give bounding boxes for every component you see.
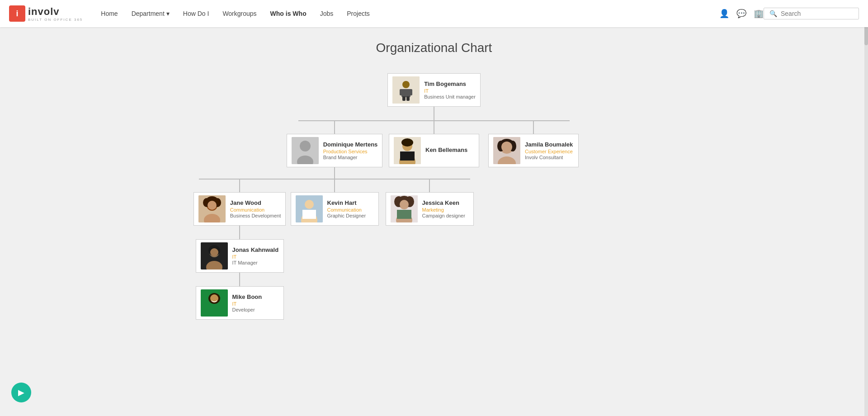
h-line-level2 bbox=[298, 120, 570, 121]
avatar-jane bbox=[198, 195, 226, 222]
node-dept-mike: IT bbox=[232, 301, 262, 307]
nav-workgroups[interactable]: Workgroups bbox=[222, 10, 256, 17]
node-name-jessica: Jessica Keen bbox=[422, 199, 465, 206]
node-name-tim: Tim Bogemans bbox=[424, 80, 476, 87]
people-icon[interactable]: 👤 bbox=[719, 9, 729, 19]
svg-rect-5 bbox=[402, 96, 406, 101]
connector-dominique-down2 bbox=[334, 167, 335, 179]
search-icon: 🔍 bbox=[769, 10, 777, 17]
svg-rect-4 bbox=[409, 89, 412, 95]
nav-department[interactable]: Department ▾ bbox=[132, 10, 170, 17]
node-tim-bogemans[interactable]: Tim Bogemans IT Business Unit manager bbox=[387, 73, 481, 107]
nav-projects[interactable]: Projects bbox=[347, 10, 370, 17]
nav-how-do-i[interactable]: How Do I bbox=[183, 10, 209, 17]
search-input[interactable] bbox=[781, 10, 853, 17]
avatar-jessica bbox=[391, 195, 418, 222]
avatar-dominique bbox=[292, 137, 319, 164]
node-ken[interactable]: Ken Bellemans bbox=[389, 134, 479, 167]
logo-icon: i bbox=[9, 5, 25, 22]
node-name-dominique: Dominique Mertens bbox=[323, 141, 378, 148]
svg-rect-30 bbox=[302, 210, 316, 219]
node-role-kevin: Graphic Designer bbox=[327, 213, 366, 218]
node-role-jonas: IT Manager bbox=[232, 260, 279, 265]
node-name-jonas: Jonas Kahnwald bbox=[232, 246, 279, 253]
avatar-jonas bbox=[201, 242, 228, 269]
node-dept-tim: IT bbox=[424, 88, 476, 94]
org-icon[interactable]: 🏢 bbox=[754, 9, 764, 19]
svg-point-28 bbox=[305, 200, 314, 209]
play-button[interactable]: ▶ bbox=[11, 383, 31, 402]
logo-sub: BUILT ON OFFICE 365 bbox=[28, 18, 83, 22]
node-name-kevin: Kevin Hart bbox=[327, 199, 366, 206]
chat-icon[interactable]: 💬 bbox=[736, 9, 746, 19]
nav-home[interactable]: Home bbox=[101, 10, 118, 17]
node-info-tim: Tim Bogemans IT Business Unit manager bbox=[424, 80, 476, 99]
svg-rect-3 bbox=[400, 89, 403, 95]
h-line-level3 bbox=[199, 179, 470, 180]
svg-rect-6 bbox=[406, 96, 410, 101]
avatar-jamila bbox=[493, 137, 520, 164]
node-role-mike: Developer bbox=[232, 307, 262, 312]
node-kevin[interactable]: Kevin Hart Communication Graphic Designe… bbox=[291, 192, 379, 226]
node-jamila[interactable]: Jamila Boumalek Customer Experience Invo… bbox=[488, 134, 579, 167]
node-role-dominique: Brand Manager bbox=[323, 155, 378, 160]
node-role-tim: Business Unit manager bbox=[424, 94, 476, 99]
main-nav: Home Department ▾ How Do I Workgroups Wh… bbox=[101, 10, 710, 17]
logo[interactable]: i involv BUILT ON OFFICE 365 bbox=[9, 5, 83, 22]
node-role-jessica: Campaign designer bbox=[422, 213, 465, 218]
node-dept-jamila: Customer Experience bbox=[525, 149, 573, 154]
node-role-jamila: Involv Consultant bbox=[525, 155, 573, 160]
avatar-mike bbox=[201, 289, 228, 317]
node-name-ken: Ken Bellemans bbox=[425, 147, 467, 153]
connector-tim-down bbox=[434, 107, 434, 120]
node-jonas[interactable]: Jonas Kahnwald IT IT Manager bbox=[196, 239, 284, 273]
node-dept-jane: Communication bbox=[230, 207, 281, 213]
svg-rect-43 bbox=[400, 151, 415, 161]
page-title: Organizational Chart bbox=[9, 41, 859, 55]
chevron-down-icon: ▾ bbox=[166, 10, 170, 17]
svg-point-36 bbox=[400, 200, 409, 209]
node-dominique[interactable]: Dominique Mertens Production Services Br… bbox=[287, 134, 383, 167]
svg-point-8 bbox=[300, 141, 311, 151]
avatar-ken bbox=[394, 137, 421, 164]
node-name-mike: Mike Boon bbox=[232, 293, 262, 300]
node-dept-kevin: Communication bbox=[327, 207, 366, 213]
connector-dominique-down bbox=[334, 120, 335, 134]
node-name-jane: Jane Wood bbox=[230, 199, 281, 206]
nav-icons: 👤 💬 🏢 bbox=[719, 9, 764, 19]
avatar-tim bbox=[392, 76, 420, 104]
node-dept-dominique: Production Services bbox=[323, 149, 378, 154]
main-content: Organizational Chart bbox=[0, 27, 868, 416]
svg-point-1 bbox=[402, 81, 410, 88]
node-jane[interactable]: Jane Wood Communication Business Develop… bbox=[193, 192, 286, 226]
logo-text: involv bbox=[28, 6, 83, 18]
search-area[interactable]: 🔍 bbox=[764, 8, 859, 19]
header: i involv BUILT ON OFFICE 365 Home Depart… bbox=[0, 0, 868, 27]
node-role-jane: Business Development bbox=[230, 213, 281, 218]
svg-point-25 bbox=[210, 294, 218, 303]
avatar-kevin bbox=[296, 195, 323, 222]
node-mike[interactable]: Mike Boon IT Developer bbox=[196, 286, 284, 320]
svg-point-20 bbox=[210, 248, 218, 256]
node-dept-jessica: Marketing bbox=[422, 207, 465, 213]
org-chart: Tim Bogemans IT Business Unit manager bbox=[9, 73, 859, 320]
nav-jobs[interactable]: Jobs bbox=[320, 10, 334, 17]
svg-point-15 bbox=[208, 201, 217, 210]
svg-point-41 bbox=[401, 138, 413, 147]
svg-point-49 bbox=[501, 142, 512, 152]
svg-rect-38 bbox=[397, 210, 411, 219]
node-jessica[interactable]: Jessica Keen Marketing Campaign designer bbox=[386, 192, 474, 226]
node-dept-jonas: IT bbox=[232, 254, 279, 260]
play-icon: ▶ bbox=[18, 388, 24, 397]
svg-rect-26 bbox=[206, 304, 222, 317]
scrollbar-track bbox=[864, 0, 868, 416]
node-name-jamila: Jamila Boumalek bbox=[525, 141, 573, 148]
nav-who-is-who[interactable]: Who is Who bbox=[270, 10, 307, 17]
